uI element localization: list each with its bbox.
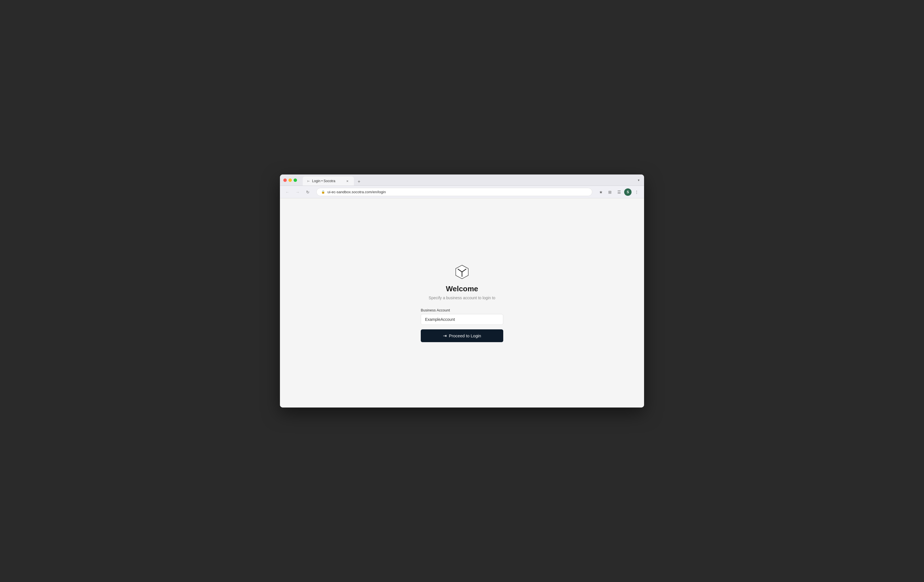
socotra-logo (454, 264, 470, 280)
forward-button[interactable]: → (294, 188, 302, 196)
navigation-bar: ← → ↻ 🔒 ui-ec-sandbox.socotra.com/en/log… (280, 186, 644, 198)
back-icon: ← (285, 190, 289, 194)
bookmark-button[interactable]: ★ (597, 188, 605, 196)
browser-window: ⊢ Login • Socotra ✕ + ▾ ← → ↻ 🔒 ui-ec-sa… (280, 174, 644, 408)
back-button[interactable]: ← (283, 188, 291, 196)
extensions-button[interactable]: ⊞ (606, 188, 614, 196)
business-account-label: Business Account (421, 308, 503, 312)
tab-bar: ⊢ Login • Socotra ✕ + (303, 174, 363, 186)
logo-container (454, 264, 470, 280)
profile-avatar[interactable]: S (624, 188, 632, 196)
business-account-form-group: Business Account (421, 308, 503, 325)
address-bar[interactable]: 🔒 ui-ec-sandbox.socotra.com/en/login (316, 188, 592, 196)
page-content: Welcome Specify a business account to lo… (280, 198, 644, 408)
chrome-menu-icon: ⋮ (635, 190, 639, 194)
forward-icon: → (295, 190, 300, 194)
chrome-menu-button[interactable]: ⋮ (633, 188, 641, 196)
traffic-lights (283, 178, 297, 182)
tab-manager-icon: ☰ (617, 190, 621, 194)
lock-icon: 🔒 (321, 190, 325, 194)
minimize-button[interactable] (289, 178, 292, 182)
extensions-icon: ⊞ (608, 190, 612, 194)
tab-title: Login • Socotra (312, 179, 343, 183)
bookmark-icon: ★ (599, 190, 603, 194)
url-text: ui-ec-sandbox.socotra.com/en/login (327, 190, 587, 194)
login-card: Welcome Specify a business account to lo… (421, 264, 503, 342)
new-tab-button[interactable]: + (355, 178, 363, 186)
tab-close-button[interactable]: ✕ (345, 179, 349, 183)
reload-icon: ↻ (306, 190, 310, 194)
maximize-button[interactable] (294, 178, 297, 182)
active-tab[interactable]: ⊢ Login • Socotra ✕ (303, 176, 354, 186)
nav-actions: ★ ⊞ ☰ S ⋮ (597, 188, 641, 196)
reload-button[interactable]: ↻ (304, 188, 312, 196)
tab-manager-button[interactable]: ☰ (615, 188, 623, 196)
business-account-input[interactable] (421, 314, 503, 325)
welcome-title: Welcome (446, 284, 478, 293)
proceed-to-login-button[interactable]: ⇥ Proceed to Login (421, 329, 503, 342)
tab-favicon-icon: ⊢ (307, 179, 310, 183)
close-button[interactable] (283, 178, 287, 182)
welcome-subtitle: Specify a business account to login to (429, 296, 495, 300)
tab-dropdown-button[interactable]: ▾ (637, 177, 641, 183)
titlebar: ⊢ Login • Socotra ✕ + ▾ (280, 174, 644, 186)
proceed-button-label: Proceed to Login (449, 333, 481, 338)
login-arrow-icon: ⇥ (443, 333, 447, 339)
